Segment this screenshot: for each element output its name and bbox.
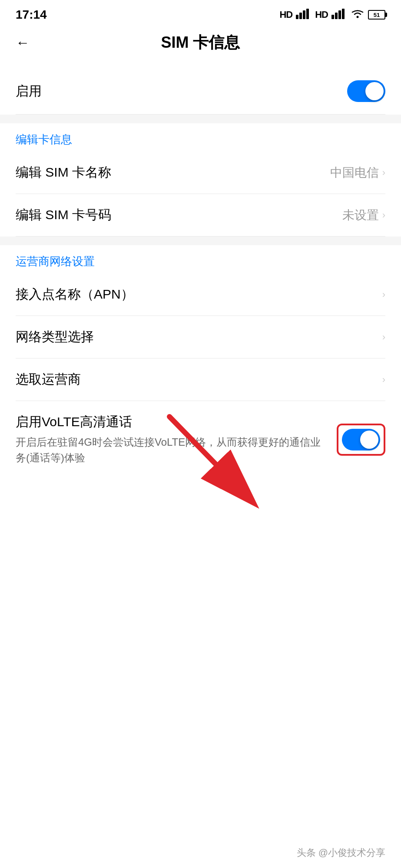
carrier-chevron: ›	[382, 374, 385, 385]
edit-section-label: 编辑卡信息	[0, 123, 401, 151]
edit-sim-name-label: 编辑 SIM 卡名称	[16, 164, 111, 181]
battery-indicator: 51	[368, 10, 385, 20]
carrier-row[interactable]: 选取运营商 ›	[0, 358, 401, 401]
apn-chevron: ›	[382, 289, 385, 300]
volte-title: 启用VoLTE高清通话	[16, 413, 328, 431]
edit-sim-number-label: 编辑 SIM 卡号码	[16, 206, 111, 224]
chevron-icon-5: ›	[382, 374, 385, 385]
network-type-chevron: ›	[382, 332, 385, 343]
svg-rect-3	[306, 9, 309, 19]
section-divider-2	[0, 237, 401, 245]
enable-row: 启用	[0, 68, 401, 114]
svg-rect-0	[296, 15, 298, 19]
wifi-icon	[351, 9, 365, 21]
svg-point-8	[357, 16, 359, 18]
signal-bars-2	[331, 9, 347, 21]
status-time: 17:14	[16, 8, 47, 22]
svg-rect-4	[331, 15, 334, 19]
page-title: SIM 卡信息	[161, 32, 240, 53]
enable-toggle[interactable]	[347, 80, 385, 102]
edit-sim-name-row[interactable]: 编辑 SIM 卡名称 中国电信 ›	[0, 151, 401, 194]
network-type-row[interactable]: 网络类型选择 ›	[0, 316, 401, 358]
chevron-icon-1: ›	[382, 167, 385, 178]
signal-icon-1: HD	[279, 9, 292, 20]
content: 启用 编辑卡信息 编辑 SIM 卡名称 中国电信 › 编辑 SIM 卡号码 未设…	[0, 59, 401, 487]
svg-rect-7	[342, 9, 345, 19]
back-button[interactable]: ←	[16, 35, 30, 51]
edit-sim-number-row[interactable]: 编辑 SIM 卡号码 未设置 ›	[0, 194, 401, 236]
enable-label: 启用	[16, 82, 42, 100]
carrier-label: 选取运营商	[16, 371, 81, 388]
status-icons: HD HD	[279, 9, 385, 21]
volte-row: 启用VoLTE高清通话 开启后在驻留4G时会尝试连接VoLTE网络，从而获得更好…	[0, 401, 401, 478]
chevron-icon-3: ›	[382, 289, 385, 300]
svg-rect-2	[303, 10, 305, 19]
edit-sim-number-value: 未设置 ›	[342, 207, 385, 224]
signal-bars-1	[296, 9, 312, 21]
network-type-label: 网络类型选择	[16, 328, 94, 346]
svg-rect-1	[299, 13, 302, 19]
status-bar: 17:14 HD HD	[0, 0, 401, 26]
chevron-icon-4: ›	[382, 332, 385, 343]
volte-toggle-wrapper	[337, 424, 385, 456]
section-divider-1	[0, 115, 401, 123]
volte-text: 启用VoLTE高清通话 开启后在驻留4G时会尝试连接VoLTE网络，从而获得更好…	[16, 413, 337, 466]
volte-toggle[interactable]	[342, 429, 380, 450]
chevron-icon-2: ›	[382, 210, 385, 221]
apn-label: 接入点名称（APN）	[16, 286, 134, 303]
edit-sim-name-value: 中国电信 ›	[330, 164, 385, 181]
svg-rect-5	[335, 13, 338, 19]
svg-rect-6	[338, 10, 341, 19]
footer: 头条 @小俊技术分享	[297, 846, 385, 859]
volte-desc: 开启后在驻留4G时会尝试连接VoLTE网络，从而获得更好的通信业务(通话等)体验	[16, 434, 328, 466]
network-section-label: 运营商网络设置	[0, 245, 401, 273]
signal-icon-2: HD	[315, 9, 328, 20]
header: ← SIM 卡信息	[0, 26, 401, 59]
apn-row[interactable]: 接入点名称（APN） ›	[0, 273, 401, 316]
